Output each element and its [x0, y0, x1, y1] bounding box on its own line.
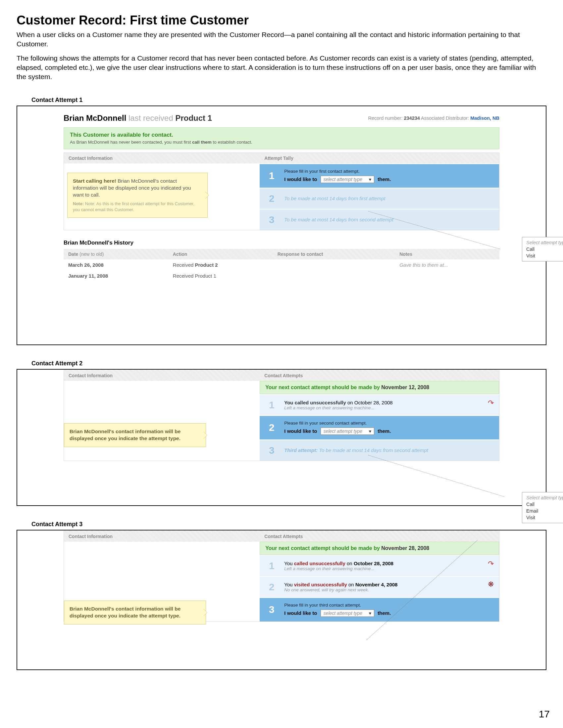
customer-name: Brian McDonnell [64, 114, 126, 122]
history-row: March 26, 2008 Received Product 2 Gave t… [64, 259, 499, 270]
intro-paragraph-1: When a user clicks on a Customer name th… [17, 30, 546, 49]
record-meta: Record number: 234234 Associated Distrib… [368, 115, 499, 121]
customer-header: Brian McDonnell last received Product 1 … [64, 114, 499, 123]
attempt-row-3-active: 3 Please fill in your third contact atte… [259, 597, 499, 621]
availability-banner: This Customer is available for contact. … [64, 127, 499, 149]
history-title: Brian McDonnell's History [64, 240, 499, 246]
popup-option-email[interactable]: Email [522, 508, 563, 514]
callout-indicate-type-2: Brian McDonnell's contact information wi… [64, 423, 206, 447]
popup-option-call[interactable]: Call [522, 246, 563, 252]
attempt-row-2-result: 2 You visited unsuccessfully on November… [259, 576, 499, 597]
section-label-3: Contact Attempt 3 [31, 521, 546, 528]
callout-indicate-type-3: Brian McDonnell's contact information wi… [64, 601, 206, 624]
attempt-row-3-future: 3 To be made at most 14 days from second… [259, 209, 499, 230]
mock-panel-2: Contact Information Brian McDonnell's co… [17, 369, 546, 506]
attempt-row-3-future-b: 3 Third attempt: To be made at most 14 d… [259, 439, 499, 461]
callout-start-calling: Start calling here! Brian McDonnell's co… [67, 173, 208, 218]
attempt-type-popup-2[interactable]: Select attempt type Call Email Visit [522, 492, 563, 523]
mock-panel-3: Contact Information Brian McDonnell's co… [17, 530, 546, 670]
history-row: January 11, 2008 Received Product 1 [64, 270, 499, 281]
attempt-type-select-1[interactable]: select attempt type▾ [321, 176, 375, 183]
distributor-link[interactable]: Madison, NB [470, 115, 499, 121]
page-number: 17 [539, 708, 550, 720]
attempt-row-2-active: 2 Please fill in your second contact att… [259, 415, 499, 439]
next-attempt-banner-2: Your next contact attempt should be made… [259, 381, 499, 394]
section-label-1: Contact Attempt 1 [31, 97, 546, 104]
attempt-type-select-3[interactable]: select attempt type▾ [321, 610, 375, 617]
attempt-tally-header: Attempt Tally [259, 153, 499, 163]
attempt-row-1-result-b: 1 You called unsuccessfully on October 2… [259, 555, 499, 576]
footprint-icon: ❋ [488, 580, 494, 589]
attempt-type-select-2[interactable]: select attempt type▾ [321, 428, 375, 435]
attempt-type-popup-1[interactable]: Select attempt type Call Visit [522, 237, 563, 261]
attempt-row-1-result: 1 You called unsuccessfully on October 2… [259, 394, 499, 415]
intro-paragraph-2: The following shows the attempts for a C… [17, 54, 546, 82]
mock-panel-1: Brian McDonnell last received Product 1 … [17, 106, 546, 345]
attempt-row-1: 1 Please fill in your first contact atte… [259, 163, 499, 188]
page-title: Customer Record: First time Customer [17, 13, 546, 27]
popup-option-call[interactable]: Call [522, 501, 563, 508]
phone-icon: ↷ [488, 560, 494, 568]
contact-info-header: Contact Information [64, 153, 259, 163]
popup-option-visit[interactable]: Visit [522, 252, 563, 259]
history-table: Date (new to old) Action Response to con… [64, 249, 499, 281]
attempt-row-2-future: 2 To be made at most 14 days from first … [259, 188, 499, 209]
phone-icon: ↷ [488, 399, 494, 407]
section-label-2: Contact Attempt 2 [31, 360, 546, 367]
popup-option-visit[interactable]: Visit [522, 514, 563, 521]
